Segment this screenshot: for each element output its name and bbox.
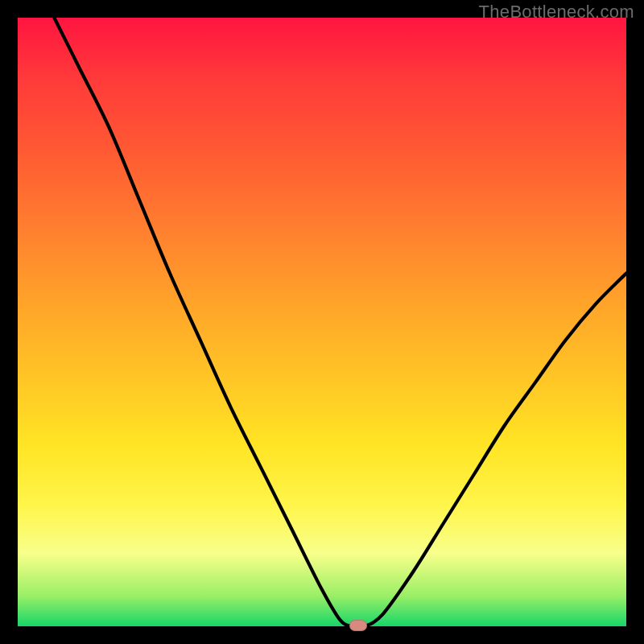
optimum-marker [349,620,367,631]
plot-area [18,18,626,626]
bottleneck-curve [18,18,626,626]
chart-frame: TheBottleneck.com [0,0,644,644]
